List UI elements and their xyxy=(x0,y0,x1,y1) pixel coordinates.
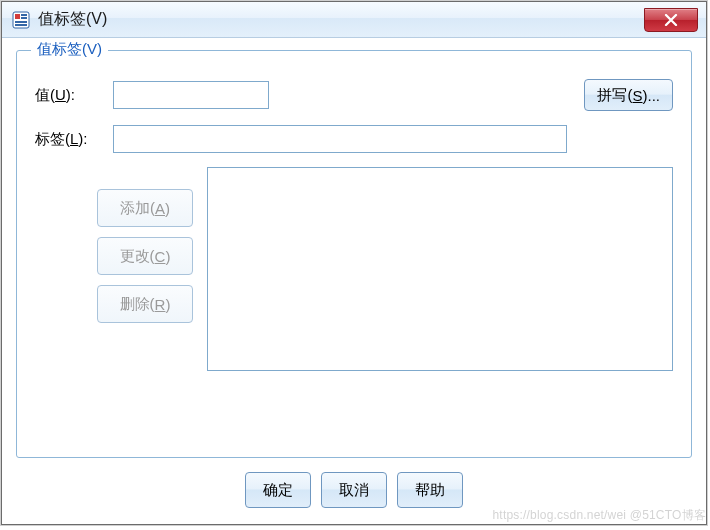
tag-input[interactable] xyxy=(113,125,567,153)
dialog-buttons: 确定 取消 帮助 xyxy=(16,472,692,508)
spell-wrap: 拼写(S)... xyxy=(269,79,673,111)
close-button[interactable] xyxy=(644,8,698,32)
spacer xyxy=(35,167,83,371)
remove-button[interactable]: 删除(R) xyxy=(97,285,193,323)
svg-rect-1 xyxy=(15,14,20,19)
labels-listbox[interactable] xyxy=(207,167,673,371)
value-label: 值(U): xyxy=(35,86,113,105)
spell-button[interactable]: 拼写(S)... xyxy=(584,79,673,111)
value-row: 值(U): 拼写(S)... xyxy=(35,79,673,111)
mid-section: 添加(A) 更改(C) 删除(R) xyxy=(35,167,673,371)
help-button[interactable]: 帮助 xyxy=(397,472,463,508)
svg-rect-3 xyxy=(21,17,27,19)
add-button[interactable]: 添加(A) xyxy=(97,189,193,227)
side-buttons: 添加(A) 更改(C) 删除(R) xyxy=(97,167,193,371)
tag-label: 标签(L): xyxy=(35,130,113,149)
change-button[interactable]: 更改(C) xyxy=(97,237,193,275)
app-icon xyxy=(12,11,30,29)
value-input[interactable] xyxy=(113,81,269,109)
svg-rect-4 xyxy=(15,21,27,23)
svg-rect-5 xyxy=(15,24,27,26)
value-labels-group: 值标签(V) 值(U): 拼写(S)... 标签(L): xyxy=(16,50,692,458)
window-title: 值标签(V) xyxy=(38,9,644,30)
ok-button[interactable]: 确定 xyxy=(245,472,311,508)
svg-rect-2 xyxy=(21,14,27,16)
client-area: 值标签(V) 值(U): 拼写(S)... 标签(L): xyxy=(2,38,706,524)
title-bar: 值标签(V) xyxy=(2,2,706,38)
cancel-button[interactable]: 取消 xyxy=(321,472,387,508)
close-icon xyxy=(664,14,678,26)
dialog-window: 值标签(V) 值标签(V) 值(U): 拼写(S)... xyxy=(1,1,707,525)
group-legend: 值标签(V) xyxy=(31,40,108,59)
tag-row: 标签(L): xyxy=(35,125,673,153)
